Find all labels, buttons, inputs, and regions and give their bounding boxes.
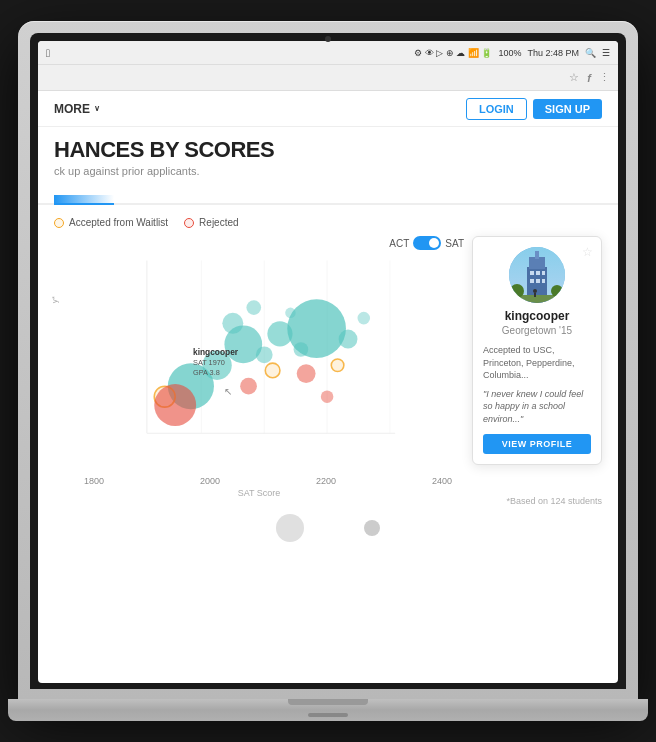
- menubar:  ⚙ 👁 ▷ ⊕ ☁ 📶 🔋 100% Thu 2:48 PM 🔍 ☰: [38, 41, 618, 65]
- laptop-hinge: [288, 699, 368, 705]
- laptop-notch: [308, 713, 348, 717]
- scatter-chart: kingcooper SAT 1970 GPA 3.8 ↖: [54, 250, 464, 470]
- svg-point-18: [551, 285, 563, 297]
- profile-avatar: [509, 247, 565, 303]
- scroll-circle-left: [276, 514, 304, 542]
- nav-more-label: MORE: [54, 102, 90, 116]
- waitlist-bubble-3: [331, 359, 344, 372]
- bottom-caption: *Based on 124 students: [38, 496, 618, 510]
- profile-star-icon[interactable]: ☆: [582, 245, 593, 259]
- menubar-icons: ⚙ 👁 ▷ ⊕ ☁ 📶 🔋: [414, 48, 492, 58]
- tab-bar: [38, 183, 618, 205]
- page-header: HANCES BY SCORES ck up against prior app…: [38, 127, 618, 183]
- profile-avatar-wrap: [483, 247, 591, 303]
- signup-button[interactable]: SIGN UP: [533, 99, 602, 119]
- screen-bezel:  ⚙ 👁 ▷ ⊕ ☁ 📶 🔋 100% Thu 2:48 PM 🔍 ☰: [30, 33, 626, 689]
- rejected-bubble-3: [297, 364, 316, 383]
- toggle-knob: [429, 238, 439, 248]
- menubar-time: Thu 2:48 PM: [527, 48, 579, 58]
- x-label-1800: 1800: [84, 476, 104, 486]
- function-browser-icon[interactable]: f: [587, 72, 591, 84]
- star-browser-icon[interactable]: ☆: [569, 71, 579, 84]
- svg-rect-11: [536, 271, 540, 275]
- page-title: HANCES BY SCORES: [54, 137, 602, 163]
- search-menubar-icon[interactable]: 🔍: [585, 48, 596, 58]
- more-browser-icon[interactable]: ⋮: [599, 71, 610, 84]
- nav-bar: MORE ∨ LOGIN SIGN UP: [38, 91, 618, 127]
- browser-chrome: ☆ f ⋮: [38, 65, 618, 91]
- bubble-12: [357, 312, 370, 325]
- legend-accepted: Accepted from Waitlist: [54, 217, 168, 228]
- rejected-bubble-1: [154, 384, 196, 426]
- svg-point-19: [533, 289, 537, 293]
- bubble-10: [246, 300, 261, 315]
- svg-rect-10: [530, 271, 534, 275]
- waitlist-bubble-2: [265, 363, 280, 378]
- profile-card: ☆: [472, 236, 602, 465]
- bubble-8: [287, 299, 346, 358]
- nav-actions: LOGIN SIGN UP: [466, 98, 602, 120]
- x-axis-labels: 1800 2000 2200 2400: [54, 474, 464, 488]
- svg-rect-9: [535, 251, 539, 259]
- kingcooper-sat: SAT 1970: [193, 358, 225, 367]
- svg-rect-16: [509, 295, 565, 303]
- profile-accepted-desc: Accepted to USC, Princeton, Pepperdine, …: [483, 344, 591, 382]
- y-axis-label: y*: [50, 296, 59, 303]
- laptop-base: [8, 699, 648, 721]
- laptop-frame:  ⚙ 👁 ▷ ⊕ ☁ 📶 🔋 100% Thu 2:48 PM 🔍 ☰: [18, 21, 638, 701]
- rejected-label: Rejected: [199, 217, 238, 228]
- svg-rect-13: [530, 279, 534, 283]
- avatar-image: [509, 247, 565, 303]
- screen-content:  ⚙ 👁 ▷ ⊕ ☁ 📶 🔋 100% Thu 2:48 PM 🔍 ☰: [38, 41, 618, 683]
- bubble-5: [256, 346, 273, 363]
- svg-point-17: [510, 284, 524, 298]
- svg-rect-20: [534, 293, 536, 297]
- cursor-icon: ↖: [224, 386, 232, 397]
- bubble-4: [222, 313, 243, 334]
- view-profile-button[interactable]: VIEW PROFILE: [483, 434, 591, 454]
- act-label: ACT: [389, 238, 409, 249]
- act-sat-switch[interactable]: [413, 236, 441, 250]
- list-icon[interactable]: ☰: [602, 48, 610, 58]
- sat-score-label: SAT Score: [54, 488, 464, 498]
- bubble-11: [285, 308, 295, 318]
- act-sat-toggle[interactable]: ACT SAT: [389, 236, 464, 250]
- profile-quote: "I never knew I could feel so happy in a…: [483, 388, 591, 426]
- x-label-2400: 2400: [432, 476, 452, 486]
- page-subtitle: ck up against prior applicants.: [54, 165, 602, 177]
- kingcooper-label: kingcooper: [193, 347, 239, 357]
- nav-more-button[interactable]: MORE ∨: [54, 102, 100, 116]
- login-button[interactable]: LOGIN: [466, 98, 527, 120]
- menubar-left: : [46, 47, 50, 59]
- bubble-9: [339, 330, 358, 349]
- apple-icon: : [46, 47, 50, 59]
- profile-name: kingcooper: [483, 309, 591, 323]
- svg-rect-12: [542, 271, 545, 275]
- svg-rect-14: [536, 279, 540, 283]
- scroll-area: [38, 510, 618, 546]
- x-label-2000: 2000: [200, 476, 220, 486]
- tab-active[interactable]: [54, 195, 114, 205]
- x-label-2200: 2200: [316, 476, 336, 486]
- svg-rect-15: [542, 279, 545, 283]
- profile-school: Georgetown '15: [483, 325, 591, 336]
- sat-label: SAT: [445, 238, 464, 249]
- battery-label: 100%: [498, 48, 521, 58]
- legend: Accepted from Waitlist Rejected: [38, 213, 618, 232]
- rejected-bubble-2: [240, 378, 257, 395]
- rejected-bubble-4: [321, 390, 334, 403]
- scroll-circle-right: [364, 520, 380, 536]
- chart-area: ACT SAT y*: [38, 236, 618, 496]
- camera-dot: [325, 36, 331, 42]
- kingcooper-gpa: GPA 3.8: [193, 368, 220, 377]
- chart-left: ACT SAT y*: [54, 236, 464, 496]
- nav-chevron-icon: ∨: [94, 104, 100, 113]
- menubar-right: ⚙ 👁 ▷ ⊕ ☁ 📶 🔋 100% Thu 2:48 PM 🔍 ☰: [414, 41, 610, 64]
- accepted-label: Accepted from Waitlist: [69, 217, 168, 228]
- legend-rejected: Rejected: [184, 217, 238, 228]
- accepted-circle-icon: [54, 218, 64, 228]
- rejected-circle-icon: [184, 218, 194, 228]
